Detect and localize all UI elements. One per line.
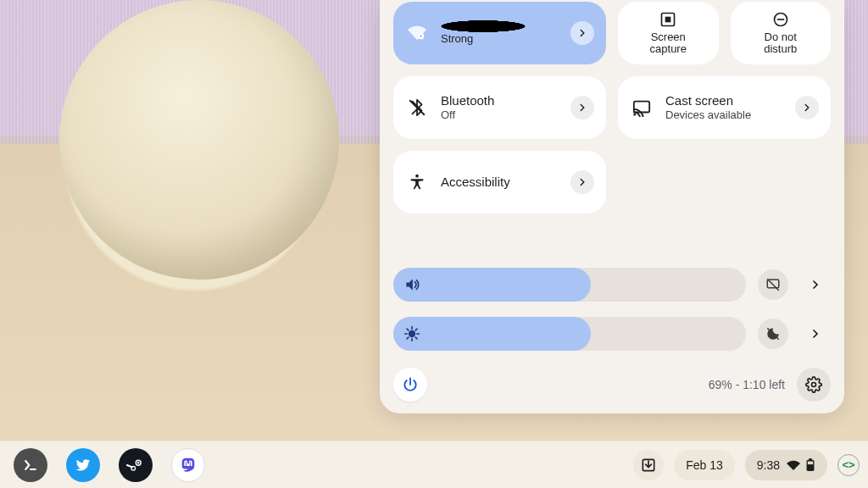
brightness-row: [393, 317, 831, 351]
night-light-button[interactable]: [758, 319, 788, 349]
battery-status-text: 69% - 1:10 left: [709, 378, 785, 391]
svg-rect-31: [808, 461, 813, 464]
svg-rect-30: [809, 458, 812, 461]
svg-line-10: [767, 279, 779, 291]
cast-icon: [630, 98, 654, 117]
date-text: Feb 13: [686, 458, 723, 472]
quick-settings-panel: Strong Screencapture Do notdisturb: [380, 0, 844, 413]
svg-point-7: [633, 114, 636, 116]
cast-expand-chevron-icon[interactable]: [795, 96, 819, 119]
svg-line-18: [415, 329, 417, 330]
wifi-name-redacted: [441, 20, 526, 32]
app-mastodon[interactable]: [171, 448, 205, 482]
svg-point-26: [137, 461, 140, 463]
status-tray-pill[interactable]: 9:38: [745, 450, 827, 480]
brightness-expand-chevron-icon[interactable]: [800, 319, 831, 349]
svg-point-11: [409, 331, 415, 337]
app-twitter[interactable]: [66, 448, 100, 482]
volume-fill: [393, 268, 591, 302]
volume-expand-chevron-icon[interactable]: [800, 269, 831, 300]
cast-title: Cast screen: [665, 93, 783, 109]
tote-tray-icon[interactable]: [633, 450, 664, 480]
tray-wifi-icon: [787, 458, 800, 472]
wifi-icon: [405, 24, 429, 42]
app-steam[interactable]: [119, 448, 153, 482]
bluetooth-off-icon: [405, 98, 429, 117]
shelf-status-area: Feb 13 9:38 <>: [633, 450, 860, 480]
cast-screen-tile[interactable]: Cast screen Devices available: [618, 76, 831, 139]
app-terminal[interactable]: [14, 448, 47, 482]
svg-point-24: [127, 456, 144, 473]
svg-rect-6: [634, 102, 649, 113]
volume-icon: [403, 276, 420, 293]
date-pill[interactable]: Feb 13: [674, 450, 735, 480]
svg-point-22: [812, 383, 816, 387]
power-button[interactable]: [393, 368, 427, 402]
accessibility-icon: [405, 173, 429, 191]
accessibility-title: Accessibility: [441, 175, 559, 191]
brightness-slider[interactable]: [393, 317, 746, 351]
brightness-fill: [393, 317, 591, 351]
screen-capture-label-1: Screen: [651, 30, 686, 43]
svg-rect-2: [666, 17, 670, 21]
svg-line-19: [407, 337, 409, 339]
accessibility-expand-chevron-icon[interactable]: [570, 170, 594, 194]
cast-status: Devices available: [665, 108, 783, 122]
wifi-expand-chevron-icon[interactable]: [570, 21, 594, 45]
shelf: Feb 13 9:38 <>: [0, 441, 868, 488]
settings-button[interactable]: [797, 368, 831, 402]
bluetooth-tile[interactable]: Bluetooth Off: [393, 76, 606, 139]
screen-capture-icon: [659, 11, 676, 28]
brightness-icon: [403, 325, 420, 342]
do-not-disturb-tile[interactable]: Do notdisturb: [731, 2, 832, 64]
dev-mode-icon[interactable]: <>: [837, 454, 860, 476]
wallpaper-sphere: [59, 0, 339, 280]
audio-output-button[interactable]: [758, 269, 788, 300]
wifi-tile[interactable]: Strong: [393, 2, 606, 64]
time-text: 9:38: [757, 458, 780, 472]
bluetooth-title: Bluetooth: [441, 93, 559, 109]
svg-line-17: [415, 337, 417, 339]
volume-slider[interactable]: [393, 268, 746, 302]
bluetooth-expand-chevron-icon[interactable]: [570, 96, 594, 119]
tray-battery-icon: [805, 458, 815, 472]
dnd-label-1: Do not: [765, 30, 797, 43]
screen-capture-label-2: capture: [650, 42, 687, 55]
wifi-signal-label: Strong: [441, 32, 559, 46]
dnd-label-2: disturb: [764, 42, 797, 55]
shelf-pinned-apps: [8, 448, 205, 482]
tray-status-icons: [787, 458, 815, 472]
screen-capture-tile[interactable]: Screencapture: [618, 2, 719, 64]
svg-line-16: [407, 329, 409, 330]
svg-point-8: [415, 175, 419, 178]
accessibility-tile[interactable]: Accessibility: [393, 151, 606, 214]
bluetooth-status: Off: [441, 108, 559, 122]
volume-row: [393, 268, 831, 302]
do-not-disturb-icon: [772, 11, 789, 28]
